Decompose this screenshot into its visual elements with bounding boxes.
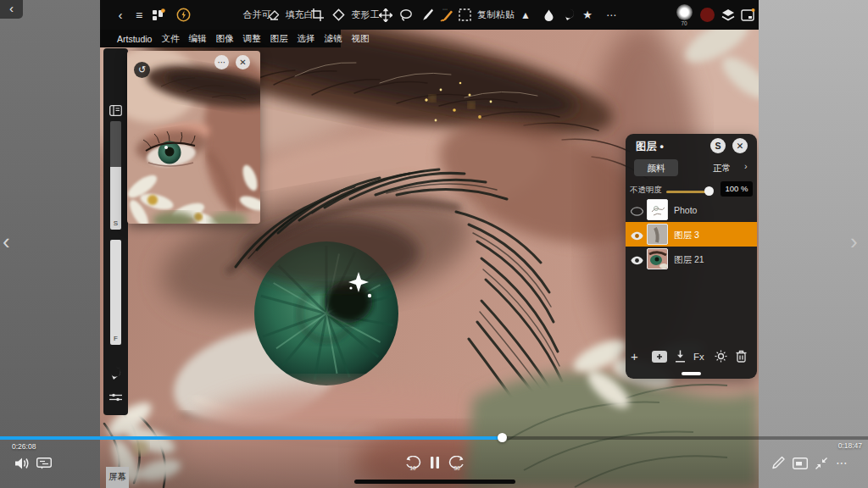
color-swatch[interactable] [698, 0, 715, 30]
size-slider-label: S [110, 219, 121, 227]
layer-row-selected[interactable]: 图层 3 [626, 222, 757, 247]
smudge-shortcut-icon[interactable] [110, 367, 121, 384]
delete-layer-button[interactable] [736, 350, 747, 366]
blend-mode-value[interactable]: 正常 [713, 163, 731, 175]
forward-30-icon[interactable]: 30 [448, 456, 465, 474]
progress-knob[interactable] [498, 433, 507, 442]
rewind-10-icon[interactable]: 10 [404, 456, 421, 474]
water-drop-icon[interactable] [542, 0, 555, 30]
brush-size-slider[interactable]: S [110, 121, 121, 230]
app-screen-recording: ‹ ≡ 合并可 填充白 变形工 [100, 0, 759, 488]
layer-thumbnail [647, 224, 668, 245]
menu-view[interactable]: 视图 [351, 33, 369, 45]
visibility-eye-icon[interactable] [631, 253, 643, 269]
panel-drag-handle[interactable] [682, 372, 701, 375]
layers-settings-button[interactable]: S [710, 138, 726, 153]
visibility-eye-icon[interactable] [631, 204, 643, 219]
prev-video-arrow[interactable]: ‹ [3, 230, 10, 252]
screen-button[interactable]: 屏幕 [106, 467, 129, 488]
edit-note-icon[interactable] [771, 456, 785, 474]
canvas-view-icon[interactable] [739, 0, 756, 30]
add-group-button[interactable] [652, 351, 667, 366]
svg-text:10: 10 [409, 465, 416, 471]
video-player: ‹ ‹ › [0, 0, 868, 488]
elapsed-time: 0:26:08 [12, 442, 36, 451]
select-rect-icon[interactable] [457, 0, 472, 30]
app-toolbar: ‹ ≡ 合并可 填充白 变形工 [100, 0, 759, 30]
shape-tool-icon[interactable] [330, 0, 347, 30]
brush-tool-icon[interactable] [420, 0, 435, 30]
danmaku-icon[interactable] [36, 458, 52, 473]
wet-brush-icon[interactable]: ▲ [518, 0, 533, 30]
brush-size-value: 70 [681, 20, 687, 26]
reference-image-window[interactable]: ↺ ⋯ ✕ [127, 51, 260, 224]
menu-edit[interactable]: 编辑 [188, 33, 206, 45]
pause-button[interactable] [430, 456, 440, 473]
layer-name: 图层 21 [674, 254, 704, 266]
layer-fx-button[interactable]: Fx [693, 352, 704, 362]
opacity-label: 不透明度 [630, 185, 662, 196]
home-indicator [354, 480, 515, 484]
layer-thumbnail [647, 199, 668, 220]
menu-file[interactable]: 文件 [161, 33, 179, 45]
menu-select[interactable]: 选择 [297, 33, 314, 45]
layers-toggle-icon[interactable] [721, 0, 736, 30]
svg-text:30: 30 [453, 465, 460, 471]
quick-action-icon[interactable] [175, 0, 191, 30]
brush-settings-icon[interactable] [109, 391, 122, 406]
undo-icon[interactable]: ↺ [134, 62, 150, 78]
panel-toggle-icon[interactable] [109, 104, 122, 119]
svg-text:⋯: ⋯ [442, 8, 448, 12]
reference-more-icon[interactable]: ⋯ [214, 55, 229, 69]
remaining-time: 0:18:47 [838, 441, 862, 450]
brush-flow-slider[interactable]: F [110, 240, 121, 345]
move-tool-icon[interactable] [378, 0, 393, 30]
brush-preview[interactable]: 70 [676, 0, 693, 30]
crop-icon[interactable] [309, 0, 325, 30]
app-menu-icon[interactable]: ≡ [131, 0, 147, 30]
gallery-icon[interactable] [151, 0, 166, 30]
smudge-tool-icon[interactable] [562, 0, 576, 30]
left-gutter [0, 0, 100, 488]
reference-close-icon[interactable]: ✕ [236, 55, 250, 69]
menu-artstudio[interactable]: Artstudio [117, 34, 152, 44]
progress-played [0, 436, 502, 440]
menu-image[interactable]: 图像 [215, 33, 233, 45]
volume-icon[interactable] [14, 457, 31, 474]
reference-photo [127, 51, 260, 224]
player-more-icon[interactable]: ⋯ [836, 456, 848, 469]
layers-panel-title: 图层 • [636, 140, 664, 154]
opacity-value: 100 % [721, 181, 753, 197]
import-layer-button[interactable] [675, 350, 686, 366]
active-brush-tool-icon[interactable]: ⋯ [438, 0, 453, 30]
lasso-tool-icon[interactable] [398, 0, 414, 30]
toolbar-more-icon[interactable]: ⋯ [603, 0, 620, 30]
back-button[interactable]: ‹ [0, 0, 23, 19]
visibility-eye-icon[interactable] [631, 229, 643, 244]
layer-row-21[interactable]: 图层 21 [626, 247, 757, 271]
chevron-right-icon[interactable]: › [744, 161, 748, 171]
paint-mode-button[interactable]: 颜料 [634, 159, 678, 176]
layers-close-button[interactable]: ✕ [732, 138, 748, 153]
picture-in-picture-icon[interactable] [793, 458, 808, 473]
exit-fullscreen-icon[interactable] [815, 457, 828, 474]
layer-name: Photo [674, 205, 697, 215]
app-back-icon[interactable]: ‹ [114, 0, 127, 30]
layer-thumbnail [647, 248, 668, 269]
add-layer-button[interactable]: + [631, 349, 638, 363]
opacity-slider-knob[interactable] [704, 186, 714, 196]
layers-panel: 图层 • S ✕ 颜料 正常 › 不透明度 100 % Photo [626, 134, 757, 379]
menu-adjust[interactable]: 调整 [242, 33, 260, 45]
tool-sidebar: S F [103, 48, 128, 415]
favorites-star-icon[interactable]: ★ [580, 0, 595, 30]
menu-layer[interactable]: 图层 [270, 33, 287, 45]
layer-row-photo[interactable]: Photo [626, 197, 757, 222]
eraser-icon[interactable] [266, 0, 281, 30]
layer-adjust-button[interactable] [715, 350, 727, 366]
app-menubar: Artstudio 文件 编辑 图像 调整 图层 选择 滤镜 视图 [100, 30, 341, 47]
flow-slider-label: F [110, 335, 121, 342]
next-video-arrow[interactable]: › [850, 230, 858, 252]
layer-name: 图层 3 [674, 230, 699, 241]
menu-filter[interactable]: 滤镜 [324, 33, 342, 45]
paste-button[interactable]: 粘贴 [492, 0, 518, 30]
